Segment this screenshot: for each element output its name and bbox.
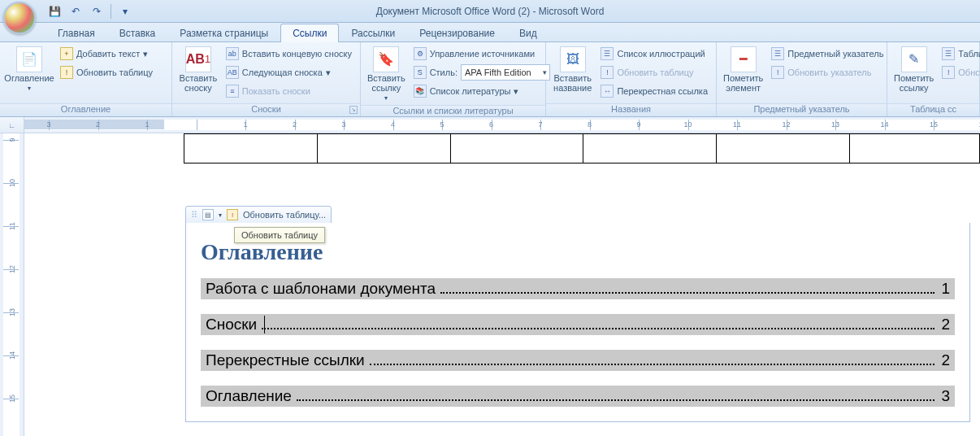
- next-footnote-button[interactable]: ABСледующая сноска ▾: [223, 63, 355, 81]
- group-footnotes: AB1 Вставить сноску abВставить концевую …: [172, 42, 361, 116]
- toc-entry-text: Перекрестные ссылки: [206, 351, 366, 369]
- toc-entry-text: Сноски: [206, 316, 258, 334]
- tab-view[interactable]: Вид: [507, 24, 549, 42]
- update-authorities-button[interactable]: !Обнс: [939, 63, 980, 81]
- update-figures-icon: !: [601, 66, 614, 79]
- dialog-launcher-icon[interactable]: ↘: [349, 106, 358, 114]
- office-logo-icon: [3, 2, 36, 34]
- qat-undo[interactable]: ↶: [67, 2, 85, 20]
- footnote-icon: AB1: [185, 46, 211, 72]
- update-authorities-label: Обнс: [958, 68, 979, 77]
- tab-insert[interactable]: Вставка: [107, 24, 168, 42]
- tab-review[interactable]: Рецензирование: [407, 24, 507, 42]
- figures-label: Список иллюстраций: [617, 49, 705, 59]
- toc-entry[interactable]: Оглавление3: [201, 386, 955, 407]
- ab-text: AB: [186, 54, 205, 64]
- insert-footnote-button[interactable]: AB1 Вставить сноску: [177, 45, 219, 94]
- toc-container[interactable]: Оглавление Работа с шаблонами документа1…: [185, 223, 970, 422]
- group-index-label: Предметный указатель: [717, 103, 887, 116]
- show-notes-label: Показать сноски: [242, 86, 310, 96]
- cross-reference-button[interactable]: ↔Перекрестная ссылка: [597, 82, 711, 100]
- document-area: 9101112131415 ⠿ ▤▾ ! Обновить таблицу...…: [0, 133, 980, 436]
- tab-mailings[interactable]: Рассылки: [339, 24, 407, 42]
- horizontal-ruler-row: ∟ 32112345678910111213141516: [0, 117, 980, 133]
- group-authorities: ✎ Пометить ссылку ☰Табли !Обнс Таблица с…: [887, 42, 980, 116]
- update-figures-button[interactable]: !Обновить таблицу: [597, 63, 711, 81]
- endnote-icon: ab: [226, 47, 239, 60]
- toc-entry[interactable]: Перекрестные ссылки2: [201, 350, 955, 371]
- qat-customize[interactable]: ▾: [116, 2, 134, 20]
- dropdown-arrow-icon: ▾: [326, 68, 331, 78]
- group-toc-label: Оглавление: [0, 103, 171, 116]
- group-toc: 📄 Оглавление ▾ +Добавить текст ▾ !Обнови…: [0, 42, 172, 116]
- toc-icon: 📄: [16, 46, 42, 72]
- mark-citation-button[interactable]: ✎ Пометить ссылку: [892, 45, 935, 94]
- authorities-label: Табли: [958, 49, 980, 59]
- update-field-label[interactable]: Обновить таблицу...: [243, 210, 326, 220]
- toc-leader: [440, 292, 934, 294]
- mark-entry-label: Пометить элемент: [723, 73, 763, 93]
- manage-sources-label: Управление источниками: [430, 49, 535, 59]
- toc-entry-page: 2: [938, 351, 950, 369]
- tab-page-layout[interactable]: Разметка страницы: [167, 24, 280, 42]
- add-text-button[interactable]: +Добавить текст ▾: [57, 45, 156, 63]
- show-notes-button[interactable]: ≡Показать сноски: [223, 82, 355, 100]
- dropdown-arrow-icon: ▾: [514, 86, 518, 97]
- tab-references[interactable]: Ссылки: [280, 24, 339, 42]
- style-label: Стиль:: [430, 68, 457, 77]
- crossref-icon: ↔: [601, 85, 614, 98]
- dropdown-arrow-icon: ▾: [219, 211, 222, 219]
- update-toc-label: Обновить таблицу: [76, 68, 153, 77]
- bibliography-label: Список литературы: [430, 86, 511, 96]
- update-index-icon: !: [771, 66, 784, 79]
- toc-field-tab[interactable]: ⠿ ▤▾ ! Обновить таблицу...: [185, 206, 332, 224]
- authorities-table-button[interactable]: ☰Табли: [939, 45, 980, 63]
- update-figures-label: Обновить таблицу: [617, 68, 693, 77]
- endnote-label: Вставить концевую сноску: [242, 49, 352, 59]
- add-text-label: Добавить текст: [76, 49, 140, 59]
- insert-citation-button[interactable]: 🔖 Вставить ссылку ▾: [366, 45, 407, 105]
- group-authorities-label: Таблица сс: [887, 103, 979, 116]
- document-table[interactable]: [184, 133, 980, 164]
- document-canvas[interactable]: ⠿ ▤▾ ! Обновить таблицу... Оглавление Ра…: [24, 133, 980, 436]
- tab-home[interactable]: Главная: [46, 24, 107, 42]
- mark-entry-icon: ━: [731, 46, 757, 72]
- bibliography-button[interactable]: 📚Список литературы ▾: [410, 82, 553, 100]
- group-captions-label: Названия: [546, 103, 716, 116]
- office-button[interactable]: [3, 2, 39, 37]
- update-index-button[interactable]: !Обновить указатель: [768, 63, 887, 81]
- toc-options-icon[interactable]: ▤: [202, 209, 214, 220]
- table-row[interactable]: [184, 134, 980, 164]
- vertical-ruler[interactable]: 9101112131415: [0, 133, 24, 436]
- toc-entry-page: 2: [938, 316, 950, 334]
- toc-entry-page: 1: [938, 280, 950, 298]
- insert-endnote-button[interactable]: abВставить концевую сноску: [223, 45, 355, 63]
- toc-entry[interactable]: Работа с шаблонами документа1: [201, 278, 955, 299]
- toc-entry[interactable]: Сноски2: [201, 314, 955, 335]
- window-title: Документ Microsoft Office Word (2) - Mic…: [0, 6, 980, 17]
- bibliography-icon: 📚: [414, 85, 427, 98]
- ab1-text: 1: [205, 54, 210, 64]
- tooltip: Обновить таблицу: [234, 227, 325, 243]
- update-toc-button[interactable]: !Обновить таблицу: [57, 63, 156, 81]
- mark-citation-icon: ✎: [901, 46, 927, 72]
- next-footnote-label: Следующая сноска: [242, 68, 323, 77]
- horizontal-ruler[interactable]: 32112345678910111213141516: [24, 117, 980, 133]
- caption-icon: 🖼: [560, 46, 586, 72]
- manage-sources-button[interactable]: ⚙Управление источниками: [410, 45, 553, 63]
- insert-caption-button[interactable]: 🖼 Вставить название: [551, 45, 594, 94]
- mark-citation-label: Пометить ссылку: [894, 73, 934, 93]
- qat-save[interactable]: 💾: [46, 2, 63, 20]
- qat-redo[interactable]: ↷: [88, 2, 106, 20]
- insert-citation-label: Вставить ссылку: [367, 73, 405, 93]
- toc-button[interactable]: 📄 Оглавление ▾: [5, 45, 54, 95]
- figures-icon: ☰: [601, 47, 614, 60]
- toc-leader: [262, 328, 934, 329]
- mark-entry-button[interactable]: ━ Пометить элемент: [722, 45, 765, 94]
- ribbon: 📄 Оглавление ▾ +Добавить текст ▾ !Обнови…: [0, 42, 980, 117]
- table-of-figures-button[interactable]: ☰Список иллюстраций: [597, 45, 711, 63]
- style-combo[interactable]: APA Fifth Edition: [461, 64, 550, 81]
- toc-leader: [370, 364, 935, 365]
- update-field-icon[interactable]: !: [227, 209, 238, 220]
- insert-index-button[interactable]: ☰Предметный указатель: [768, 45, 887, 63]
